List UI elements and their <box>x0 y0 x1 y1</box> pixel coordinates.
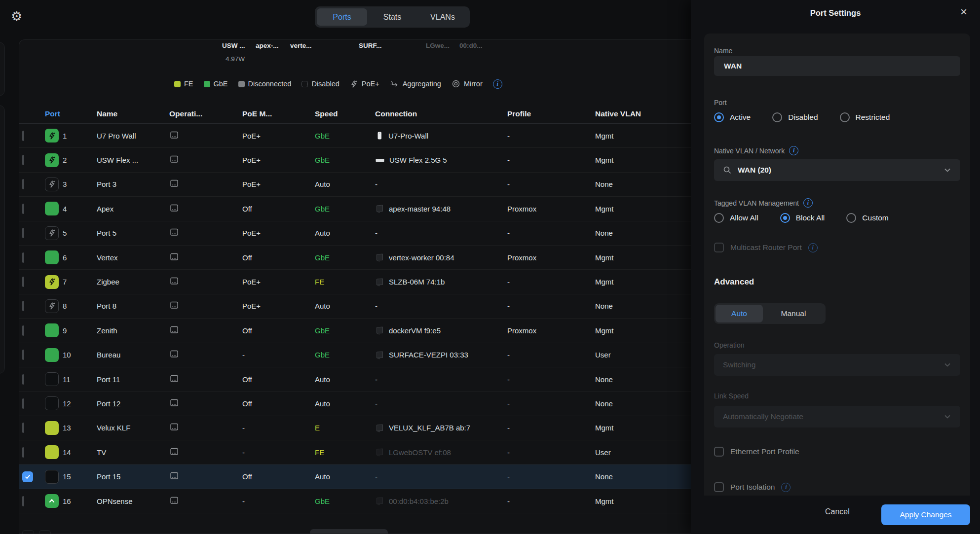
poe-icon <box>350 80 358 88</box>
port-name: Port 15 <box>97 472 169 481</box>
port-number-cell: 7 <box>63 278 97 286</box>
device-label[interactable]: verte... <box>290 42 312 49</box>
column-header-connection[interactable]: Connection <box>375 109 507 118</box>
profile-value: - <box>507 472 595 481</box>
name-input[interactable] <box>714 56 960 76</box>
table-row-port-1[interactable]: 1U7 Pro WallPoE+GbEU7-Pro-Wall-Mgmt <box>19 124 691 148</box>
server-device-icon <box>375 448 384 457</box>
port-option-disabled[interactable]: Disabled <box>772 112 818 122</box>
tab-stats[interactable]: Stats <box>367 8 417 26</box>
legend-info-icon[interactable]: i <box>493 79 502 89</box>
table-row-port-8[interactable]: 8Port 8PoE+Auto--None <box>19 294 691 319</box>
column-header-speed[interactable]: Speed <box>315 109 375 118</box>
pagination-button-partial[interactable] <box>310 529 388 534</box>
switching-operation-icon <box>169 374 179 383</box>
table-row-port-7[interactable]: 7ZigbeePoE+FESLZB-06M 74:1b-Mgmt <box>19 270 691 294</box>
port-option-active[interactable]: Active <box>714 112 751 122</box>
port-number-cell: 11 <box>63 375 97 384</box>
speed-value: GbE <box>315 132 375 140</box>
port-option-restricted[interactable]: Restricted <box>840 112 890 122</box>
row-checkbox[interactable] <box>22 277 24 287</box>
row-checkbox[interactable] <box>22 155 24 165</box>
table-row-port-4[interactable]: 4ApexOffGbEapex-master 94:48ProxmoxMgmt <box>19 197 691 221</box>
row-checkbox[interactable] <box>22 423 24 433</box>
server-device-icon <box>375 204 384 213</box>
table-row-port-10[interactable]: 10Bureau-GbESURFACE-VEZPI 03:33-User <box>19 343 691 367</box>
tab-vlans[interactable]: VLANs <box>417 8 468 26</box>
link-speed-dropdown[interactable]: Automatically Negotiate <box>714 406 960 427</box>
poe-mode: PoE+ <box>242 229 315 237</box>
row-checkbox[interactable] <box>22 471 33 482</box>
info-icon[interactable]: i <box>803 198 813 208</box>
device-label[interactable]: 00:d0... <box>459 42 483 49</box>
device-label[interactable]: SURF... <box>359 42 382 49</box>
row-checkbox[interactable] <box>22 496 24 506</box>
tagged-option-allow-all[interactable]: Allow All <box>714 213 758 223</box>
connection-cell: - <box>375 399 507 408</box>
table-row-port-5[interactable]: 5Port 5PoE+Auto--None <box>19 221 691 246</box>
column-header-port[interactable]: Port <box>45 109 97 118</box>
table-row-port-14[interactable]: 14TV-FELGwebOSTV ef:08-User <box>19 440 691 464</box>
device-label[interactable]: apex-... <box>256 42 279 49</box>
column-header-native-vlan[interactable]: Native VLAN <box>595 109 691 118</box>
column-header-operati-[interactable]: Operati... <box>169 109 242 118</box>
table-row-port-15[interactable]: 15Port 15OffAuto--None <box>19 464 691 489</box>
multicast-router-port-checkbox[interactable]: Multicast Router Port i <box>714 243 818 252</box>
table-row-port-2[interactable]: 2USW Flex ...PoE+GbEUSW Flex 2.5G 5-Mgmt <box>19 148 691 172</box>
row-checkbox[interactable] <box>22 374 24 385</box>
table-row-port-9[interactable]: 9ZenithOffGbEdockerVM f9:e5ProxmoxMgmt <box>19 319 691 343</box>
port-name: Zenith <box>97 326 169 335</box>
profile-value: - <box>507 302 595 310</box>
row-checkbox[interactable] <box>22 204 24 214</box>
device-label[interactable]: LGwe... <box>426 42 450 49</box>
ethernet-port-profile-checkbox[interactable]: Ethernet Port Profile <box>714 447 799 457</box>
row-checkbox[interactable] <box>22 252 24 263</box>
row-checkbox[interactable] <box>22 228 24 238</box>
footer-control-partial[interactable] <box>39 530 51 534</box>
cancel-button[interactable]: Cancel <box>825 507 850 516</box>
tagged-option-custom[interactable]: Custom <box>846 213 888 223</box>
info-icon[interactable]: i <box>808 243 818 252</box>
row-checkbox[interactable] <box>22 447 24 458</box>
row-checkbox-cell <box>22 448 45 457</box>
legend-label: Disconnected <box>248 80 292 88</box>
apply-changes-button[interactable]: Apply Changes <box>881 504 970 525</box>
row-checkbox[interactable] <box>22 398 24 409</box>
table-row-port-12[interactable]: 12Port 12OffAuto--None <box>19 392 691 416</box>
row-checkbox[interactable] <box>22 179 24 189</box>
table-row-port-6[interactable]: 6VertexOffGbEvertex-worker 00:84ProxmoxM… <box>19 246 691 270</box>
column-header-profile[interactable]: Profile <box>507 109 595 118</box>
column-header-poe-m-[interactable]: PoE M... <box>242 109 315 118</box>
table-row-port-3[interactable]: 3Port 3PoE+Auto--None <box>19 173 691 197</box>
operation-dropdown[interactable]: Switching <box>714 354 960 376</box>
table-row-port-13[interactable]: 13Velux KLF-EVELUX_KLF_AB7B ab:7-Mgmt <box>19 416 691 440</box>
port-isolation-checkbox[interactable]: Port Isolation i <box>714 482 791 492</box>
operation-cell <box>169 374 242 385</box>
row-checkbox[interactable] <box>22 350 24 360</box>
settings-gear-icon[interactable]: ⚙ <box>11 9 22 24</box>
tab-ports[interactable]: Ports <box>317 8 367 26</box>
swatch-gbe-swatch <box>204 81 210 87</box>
port-name: Port 3 <box>97 180 169 188</box>
native-vlan-dropdown[interactable]: WAN (20) <box>714 159 960 181</box>
row-checkbox-cell <box>22 156 45 164</box>
info-icon[interactable]: i <box>789 146 798 155</box>
mode-manual-button[interactable]: Manual <box>763 305 824 322</box>
row-checkbox[interactable] <box>22 301 24 311</box>
port-icon-cell <box>45 445 63 459</box>
tagged-option-block-all[interactable]: Block All <box>780 213 825 223</box>
table-row-port-11[interactable]: 11Port 11OffAuto--None <box>19 367 691 392</box>
row-checkbox[interactable] <box>22 131 24 141</box>
footer-control-partial[interactable] <box>22 530 34 534</box>
row-checkbox[interactable] <box>22 325 24 336</box>
legend-row: FEGbEDisconnectedDisabledPoE+Aggregating… <box>174 78 502 89</box>
connection-cell: - <box>375 375 507 384</box>
table-row-port-16[interactable]: 16OPNsense-GbE00:d0:b4:03:be:2b-Mgmt <box>19 489 691 513</box>
close-icon[interactable]: × <box>960 6 967 18</box>
checkbox-box <box>714 243 724 252</box>
operation-cell <box>169 228 242 238</box>
column-header-name[interactable]: Name <box>97 109 169 118</box>
info-icon[interactable]: i <box>781 483 791 492</box>
device-label[interactable]: USW ... <box>222 42 245 49</box>
mode-auto-button[interactable]: Auto <box>716 305 763 322</box>
